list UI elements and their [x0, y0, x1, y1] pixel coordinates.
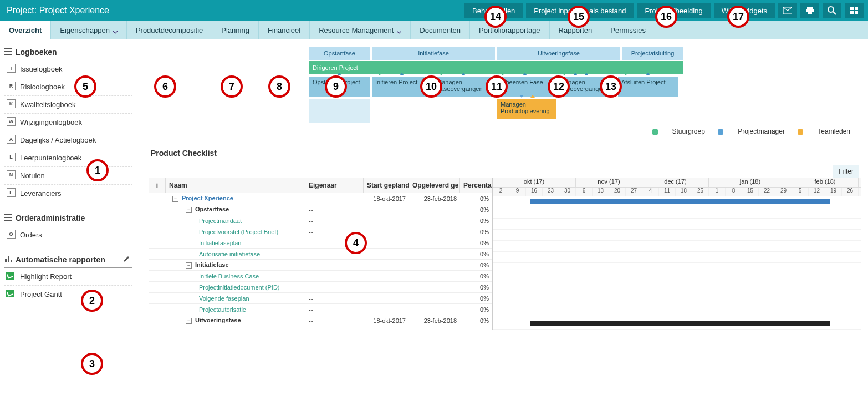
cell-name: −Initiatiefase: [166, 261, 305, 269]
table-row[interactable]: −Opstartfase--0%: [149, 204, 492, 215]
tab-permissions[interactable]: Permissies: [601, 21, 655, 39]
sidebar-item-issuelog[interactable]: IIssuelogboek: [4, 60, 132, 78]
row-name-link[interactable]: Projectautorisatie: [199, 306, 246, 313]
row-name-link[interactable]: Projectvoorstel (Project Brief): [199, 229, 278, 235]
table-row[interactable]: Initiele Business Case--0%: [149, 271, 492, 282]
tree-toggle[interactable]: −: [186, 207, 192, 213]
phase-header-initiation[interactable]: Initiatiefase: [372, 47, 497, 60]
row-name-link[interactable]: Projectinitiatiedocument (PID): [199, 284, 280, 291]
gantt-bar[interactable]: [530, 199, 830, 204]
main-content: Opstartfase Initiatiefase Uitvoeringsfas…: [137, 39, 868, 337]
phase-box-stage-transition-2[interactable]: Managen Faseovergangen: [556, 77, 618, 97]
sidebar-item-minutes[interactable]: NNotulen: [4, 167, 132, 185]
sidebar-item-risklog[interactable]: RRisicologboek: [4, 78, 132, 96]
row-name-link[interactable]: Uitvoeringsfase: [195, 317, 241, 323]
row-name-link[interactable]: Opstartfase: [195, 206, 229, 212]
tab-overview[interactable]: Overzicht: [0, 21, 51, 39]
gantt-month: jan (18): [709, 178, 792, 187]
cell-owner: --: [305, 217, 364, 224]
phase-box-starting[interactable]: Opstarten Project: [309, 77, 372, 97]
manage-roles-button[interactable]: Beheer rollen: [464, 3, 523, 18]
phase-box-initiating[interactable]: Initiëren Project: [372, 77, 433, 97]
cell-owner: --: [305, 262, 364, 269]
col-owner[interactable]: Eigenaar: [305, 178, 364, 193]
export-project-button[interactable]: Project inpakken als bestand: [526, 3, 634, 18]
project-image-button[interactable]: Project afbeelding: [637, 3, 711, 18]
edit-widgets-button[interactable]: Wijzig widgets: [714, 3, 775, 18]
tab-reports[interactable]: Rapporten: [550, 21, 602, 39]
phase-header-execution[interactable]: Uitvoeringsfase: [497, 47, 622, 60]
tree-toggle[interactable]: −: [186, 318, 192, 324]
sidebar-item-suppliers[interactable]: LLeveranciers: [4, 185, 132, 202]
gantt-day: 5: [792, 188, 809, 196]
table-row[interactable]: Projectautorisatie--0%: [149, 304, 492, 315]
table-row[interactable]: Initiatiefaseplan--0%: [149, 237, 492, 249]
cell-name: −Uitvoeringsfase: [166, 317, 305, 324]
tab-portfolio-report[interactable]: Portfoliorapportage: [470, 21, 550, 39]
cell-owner: --: [305, 273, 364, 280]
table-row[interactable]: Projectmandaat--0%: [149, 215, 492, 226]
sidebar-item-lessonslog[interactable]: LLeerpuntenlogboek: [4, 149, 132, 167]
mail-icon[interactable]: [778, 3, 797, 18]
gantt-body: [493, 196, 861, 330]
row-name-link[interactable]: Initiele Business Case: [199, 273, 259, 280]
sidebar-section-reports: Automatische rapporten: [4, 252, 132, 268]
sidebar-item-qualitylog[interactable]: KKwaliteitslogboek: [4, 96, 132, 114]
tree-toggle[interactable]: −: [186, 262, 192, 269]
table-row[interactable]: −Uitvoeringsfase--18-okt-201723-feb-2018…: [149, 315, 492, 326]
print-icon[interactable]: [800, 3, 819, 18]
svg-rect-9: [5, 259, 7, 262]
pencil-icon[interactable]: [122, 255, 130, 263]
gantt-row: [493, 219, 861, 230]
tab-properties[interactable]: Eigenschappen: [51, 21, 127, 39]
row-name-link[interactable]: Project Xperience: [182, 195, 233, 201]
cell-percent: 0%: [460, 262, 492, 269]
tab-planning[interactable]: Planning: [212, 21, 259, 39]
gantt-row: [493, 252, 861, 263]
table-row[interactable]: Autorisatie initiatiefase--0%: [149, 249, 492, 260]
phase-box-stage-transition-1[interactable]: Managen Faseovergangen: [433, 77, 495, 97]
sidebar-item-highlight-report[interactable]: Highlight Report: [4, 268, 132, 286]
row-name-link[interactable]: Volgende faseplan: [199, 295, 249, 302]
tab-product-decomposition[interactable]: Productdecompositie: [127, 21, 212, 39]
filter-button[interactable]: Filter: [833, 165, 859, 178]
gantt-day: 6: [576, 188, 593, 196]
phase-box-product-delivery[interactable]: Managen Productoplevering: [497, 99, 559, 119]
tab-documents[interactable]: Documenten: [411, 21, 470, 39]
row-name-link[interactable]: Autorisatie initiatiefase: [199, 251, 260, 257]
cell-owner: --: [305, 295, 364, 302]
gantt-day: 15: [742, 188, 759, 196]
search-icon[interactable]: [823, 3, 841, 18]
sidebar-section-orders-label: Orderadministratie: [16, 214, 85, 222]
tree-toggle[interactable]: −: [172, 196, 178, 202]
table-row[interactable]: −Project Xperience18-okt-201723-feb-2018…: [149, 193, 492, 204]
table-row[interactable]: Volgende faseplan--0%: [149, 293, 492, 304]
row-name-link[interactable]: Initiatiefase: [195, 261, 229, 268]
col-info[interactable]: i: [149, 178, 166, 193]
col-delivered[interactable]: Opgeleverd gepland: [409, 178, 460, 193]
row-name-link[interactable]: Projectmandaat: [199, 217, 242, 224]
grid-icon[interactable]: [845, 3, 864, 18]
cell-percent: 0%: [460, 206, 492, 213]
phase-box-closing[interactable]: Afsluiten Project: [618, 77, 681, 97]
row-name-link[interactable]: Initiatiefaseplan: [199, 240, 241, 246]
table-row[interactable]: −Initiatiefase--0%: [149, 260, 492, 271]
list-icon: [4, 214, 12, 221]
sidebar-item-changelog[interactable]: WWijzigingenlogboek: [4, 114, 132, 131]
tab-resource-management[interactable]: Resource Management: [310, 21, 411, 39]
col-percent[interactable]: Percentage: [460, 178, 492, 193]
col-name[interactable]: Naam: [166, 178, 305, 193]
sidebar-item-project-gantt[interactable]: Project Gantt: [4, 286, 132, 303]
tab-financial[interactable]: Financieel: [259, 21, 310, 39]
phase-header-startup[interactable]: Opstartfase: [309, 47, 372, 60]
sidebar-item-orders[interactable]: OOrders: [4, 226, 132, 244]
col-start[interactable]: Start gepland: [364, 178, 409, 193]
cell-owner: --: [305, 317, 364, 324]
phase-directing[interactable]: Dirigeren Project: [309, 61, 685, 74]
phase-box-controlling[interactable]: Beheersen Fase: [495, 77, 556, 97]
table-row[interactable]: Projectvoorstel (Project Brief)--0%: [149, 226, 492, 237]
table-row[interactable]: Projectinitiatiedocument (PID)--0%: [149, 282, 492, 293]
phase-header-closure[interactable]: Projectafsluiting: [622, 47, 685, 60]
gantt-bar[interactable]: [530, 321, 830, 326]
sidebar-item-dailylog[interactable]: ADagelijks / Actielogboek: [4, 131, 132, 149]
